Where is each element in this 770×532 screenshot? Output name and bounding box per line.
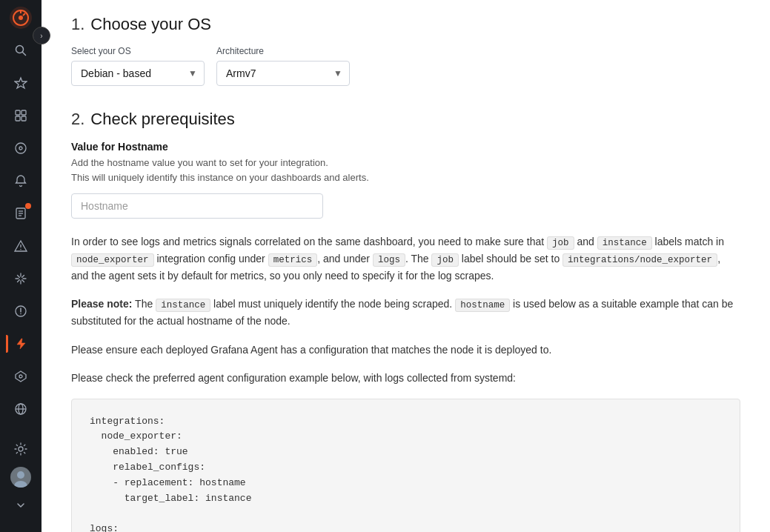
section2-header: 2. Check prerequisites	[71, 110, 740, 129]
warning-icon[interactable]	[6, 231, 36, 261]
section2-title: Check prerequisites	[90, 110, 234, 129]
prose1-mid2: labels match in	[652, 236, 724, 247]
chevron-down-icon[interactable]	[6, 491, 36, 520]
globe-icon[interactable]	[6, 394, 36, 424]
os-form-row: Select your OS Debian - based Ubuntu Cen…	[71, 46, 740, 86]
code-node-exporter: node_exporter	[71, 253, 154, 267]
doc-badge	[25, 203, 31, 209]
prose1-mid1: and	[574, 236, 597, 247]
check-prereq-section: 2. Check prerequisites Value for Hostnam…	[71, 110, 740, 532]
code-job: job	[547, 236, 574, 250]
sidebar-nav	[0, 36, 42, 434]
prose1-pre: In order to see logs and metrics signals…	[71, 236, 547, 247]
sidebar: ›	[0, 0, 42, 532]
prose-paragraph-3: Please ensure each deployed Grafana Agen…	[71, 342, 740, 358]
grid-icon[interactable]	[6, 101, 36, 130]
arch-label: Architecture	[216, 46, 350, 56]
code-block: integrations: node_exporter: enabled: tr…	[71, 399, 740, 532]
os-select-wrapper: Debian - based Ubuntu CentOS RHEL Fedora…	[71, 61, 205, 86]
os-select-group: Select your OS Debian - based Ubuntu Cen…	[71, 46, 205, 86]
prose-paragraph-1: In order to see logs and metrics signals…	[71, 233, 740, 284]
svg-point-2	[19, 16, 23, 20]
gear-icon[interactable]	[6, 434, 36, 464]
arch-select-wrapper: Armv7 x86_64 ARM64 i386 ▼	[216, 61, 350, 86]
svg-point-23	[20, 313, 21, 315]
hostname-field-label: Value for Hostname	[71, 141, 740, 153]
svg-line-6	[23, 53, 26, 56]
section1-number: 1.	[71, 15, 84, 34]
bell-icon[interactable]	[6, 166, 36, 196]
svg-point-20	[20, 249, 21, 250]
sidebar-toggle[interactable]: ›	[33, 27, 50, 44]
code-hostname: hostname	[455, 299, 510, 312]
star-icon[interactable]	[6, 68, 36, 98]
section1-header: 1. Choose your OS	[71, 15, 740, 34]
search-icon[interactable]	[6, 36, 36, 65]
grafana-logo[interactable]	[9, 6, 33, 30]
kubernetes-icon[interactable]	[6, 362, 36, 391]
hostname-field-description: Add the hostname value you want to set f…	[71, 156, 740, 184]
svg-rect-10	[16, 116, 20, 121]
choose-os-section: 1. Choose your OS Select your OS Debian …	[71, 15, 740, 86]
field-desc-line1: Add the hostname value you want to set f…	[71, 157, 328, 168]
alert-icon[interactable]	[6, 296, 36, 326]
prose2-pre: The	[132, 298, 156, 310]
svg-point-30	[17, 471, 24, 479]
arch-select[interactable]: Armv7 x86_64 ARM64 i386	[216, 61, 350, 86]
prose2-bold: Please note:	[71, 298, 132, 310]
sidebar-bottom	[6, 434, 36, 526]
os-select[interactable]: Debian - based Ubuntu CentOS RHEL Fedora	[71, 61, 205, 86]
svg-rect-11	[21, 116, 26, 121]
field-desc-line2: This will uniquely identify this instanc…	[71, 172, 369, 183]
code-instance2: instance	[156, 299, 210, 312]
code-logs: logs	[373, 253, 405, 267]
doc-icon[interactable]	[6, 199, 36, 228]
svg-rect-9	[21, 110, 26, 115]
svg-point-25	[19, 375, 22, 378]
prose-paragraph-2: Please note: The instance label must uni…	[71, 296, 740, 329]
prose3-text: Please ensure each deployed Grafana Agen…	[71, 344, 551, 356]
prose1-mid5: label should be set to	[459, 253, 562, 265]
prose1-mid3: integration config under	[154, 253, 268, 265]
arch-select-group: Architecture Armv7 x86_64 ARM64 i386 ▼	[216, 46, 350, 86]
code-job2: job	[431, 253, 459, 267]
prose4-text: Please check the preferred agent configu…	[71, 372, 516, 384]
main-content: 1. Choose your OS Select your OS Debian …	[42, 0, 770, 532]
prose1-and-under: , and under	[317, 253, 373, 265]
lightning-icon[interactable]	[6, 329, 36, 359]
ml-icon[interactable]	[6, 264, 36, 293]
svg-point-29	[19, 447, 23, 451]
svg-point-12	[16, 143, 26, 153]
code-integrations: integrations/node_exporter	[562, 253, 717, 267]
prose-paragraph-4: Please check the preferred agent configu…	[71, 370, 740, 386]
svg-point-31	[14, 481, 27, 488]
svg-point-13	[19, 147, 22, 150]
section1-title: Choose your OS	[90, 15, 211, 34]
code-metrics: metrics	[268, 253, 318, 267]
avatar[interactable]	[10, 467, 31, 488]
os-label: Select your OS	[71, 46, 205, 56]
prose1-mid4: . The	[405, 253, 432, 265]
code-instance: instance	[597, 236, 652, 250]
svg-marker-24	[16, 371, 26, 382]
section2-number: 2.	[71, 110, 84, 129]
compass-icon[interactable]	[6, 133, 36, 163]
svg-rect-8	[16, 110, 20, 115]
prose2-mid: label must uniquely identify the node be…	[210, 298, 455, 310]
hostname-input[interactable]	[71, 193, 323, 219]
svg-marker-7	[15, 78, 27, 88]
